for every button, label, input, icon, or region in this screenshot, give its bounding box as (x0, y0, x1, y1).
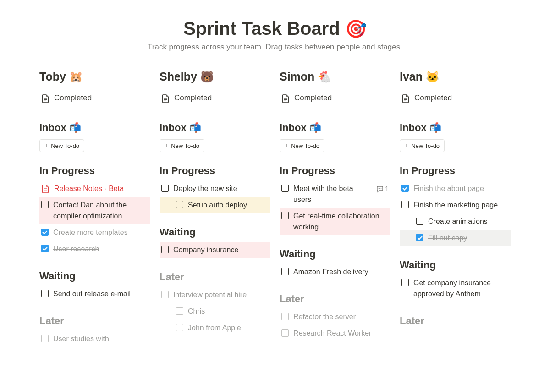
checkbox-icon[interactable] (281, 268, 289, 275)
task-text: Finish the marketing page (413, 200, 509, 211)
mailbox-icon: 📬 (189, 122, 201, 133)
checkbox-icon[interactable] (402, 185, 409, 192)
person-header[interactable]: Simon 🐔 (280, 70, 390, 87)
in-progress-header[interactable]: In Progress (400, 165, 511, 177)
task-item[interactable]: Chris (160, 303, 270, 320)
in-progress-list: Finish the about pageFinish the marketin… (400, 180, 511, 246)
inbox-header[interactable]: Inbox 📬 (39, 122, 150, 134)
person-emoji-icon: 🐱 (426, 71, 440, 83)
task-item[interactable]: Amazon Fresh delivery (280, 264, 390, 280)
later-header[interactable]: Later (280, 293, 390, 305)
completed-link[interactable]: Completed (280, 87, 390, 109)
waiting-list: Send out release e-mail (39, 286, 150, 302)
task-item[interactable]: Fill out copy (400, 230, 511, 246)
checkbox-icon[interactable] (176, 324, 183, 331)
task-item[interactable]: Get company insurance approved by Anthem (400, 275, 511, 302)
svg-point-12 (379, 188, 380, 189)
page-subtitle: Track progress across your team. Drag ta… (0, 43, 550, 52)
checkbox-icon[interactable] (281, 329, 289, 337)
waiting-header[interactable]: Waiting (160, 226, 270, 238)
checkbox-icon[interactable] (41, 290, 49, 297)
new-todo-button[interactable]: + New To-do (39, 139, 84, 152)
person-header[interactable]: Toby 🐹 (39, 70, 150, 87)
waiting-header[interactable]: Waiting (280, 248, 390, 260)
checkbox-icon[interactable] (281, 212, 289, 219)
checkbox-icon[interactable] (281, 185, 289, 192)
in-progress-label: In Progress (280, 165, 335, 177)
later-header[interactable]: Later (160, 271, 270, 283)
later-header[interactable]: Later (39, 315, 150, 327)
task-item[interactable]: Company insurance (160, 242, 270, 258)
inbox-header[interactable]: Inbox 📬 (160, 122, 270, 134)
task-item[interactable]: Deploy the new site (160, 180, 270, 197)
in-progress-header[interactable]: In Progress (160, 165, 270, 177)
task-item[interactable]: Refactor the server (280, 309, 390, 325)
checkbox-icon[interactable] (41, 201, 49, 208)
checkbox-icon[interactable] (41, 245, 49, 252)
checkbox-icon[interactable] (402, 201, 409, 208)
inbox-header[interactable]: Inbox 📬 (400, 122, 511, 134)
task-text: Send out release e-mail (53, 289, 148, 299)
later-list: Refactor the serverResearch React Worker (280, 309, 390, 342)
later-list: User studies with (39, 331, 150, 347)
task-text: Research React Worker (293, 328, 389, 339)
column-ivan: Ivan 🐱 Completed Inbox 📬 + New To-do In … (400, 70, 511, 347)
task-text: Finish the about page (413, 183, 509, 194)
task-item[interactable]: Create more templates (39, 224, 150, 241)
completed-link[interactable]: Completed (400, 87, 511, 109)
target-icon: 🎯 (345, 19, 367, 38)
task-item[interactable]: User research (39, 241, 150, 257)
plus-icon: + (405, 142, 408, 149)
checkbox-icon[interactable] (176, 307, 183, 315)
task-text: Setup auto deploy (188, 200, 269, 211)
person-emoji-icon: 🐔 (318, 71, 331, 83)
checkbox-icon[interactable] (416, 234, 424, 241)
checkbox-icon[interactable] (161, 291, 169, 298)
later-label: Later (400, 315, 424, 327)
plus-icon: + (285, 142, 288, 149)
task-text: Get real-time collaboration working (293, 211, 389, 233)
checkbox-icon[interactable] (41, 229, 49, 236)
inbox-header[interactable]: Inbox 📬 (280, 122, 390, 134)
waiting-header[interactable]: Waiting (400, 259, 511, 271)
in-progress-header[interactable]: In Progress (280, 165, 390, 177)
checkbox-icon[interactable] (41, 335, 49, 342)
in-progress-label: In Progress (39, 165, 95, 177)
completed-link[interactable]: Completed (160, 87, 270, 109)
person-header[interactable]: Ivan 🐱 (400, 70, 511, 87)
comment-badge[interactable]: 1 (376, 184, 389, 194)
later-header[interactable]: Later (400, 315, 511, 327)
in-progress-label: In Progress (160, 165, 215, 177)
in-progress-label: In Progress (400, 165, 455, 177)
task-item[interactable]: Get real-time collaboration working (280, 208, 390, 235)
task-item[interactable]: Release Notes - Beta (39, 180, 150, 197)
later-label: Later (160, 271, 184, 283)
new-todo-button[interactable]: + New To-do (160, 139, 204, 152)
task-item[interactable]: Research React Worker (280, 325, 390, 342)
task-item[interactable]: Send out release e-mail (39, 286, 150, 302)
task-item[interactable]: User studies with (39, 331, 150, 347)
person-header[interactable]: Shelby 🐻 (160, 70, 270, 87)
task-item[interactable]: Finish the about page (400, 180, 511, 197)
task-item[interactable]: Interview potential hire (160, 287, 270, 303)
waiting-header[interactable]: Waiting (39, 270, 150, 282)
checkbox-icon[interactable] (281, 313, 289, 320)
checkbox-icon[interactable] (416, 218, 424, 225)
new-todo-button[interactable]: + New To-do (400, 139, 445, 152)
completed-link[interactable]: Completed (39, 87, 150, 109)
new-todo-button[interactable]: + New To-do (280, 139, 324, 152)
task-item[interactable]: Meet with the beta users 1 (280, 180, 390, 208)
checkbox-icon[interactable] (402, 279, 409, 286)
checkbox-icon[interactable] (176, 201, 183, 208)
task-text: User studies with (53, 333, 148, 344)
inbox-label: Inbox (280, 122, 307, 134)
task-item[interactable]: Contact Dan about the compiler optimizat… (39, 197, 150, 224)
task-item[interactable]: John from Apple (160, 320, 270, 336)
task-item[interactable]: Create animations (400, 213, 511, 230)
checkbox-icon[interactable] (161, 185, 169, 192)
task-item[interactable]: Finish the marketing page (400, 197, 511, 213)
task-item[interactable]: Setup auto deploy (160, 197, 270, 213)
task-text: Contact Dan about the compiler optimizat… (53, 200, 148, 222)
in-progress-header[interactable]: In Progress (39, 165, 150, 177)
checkbox-icon[interactable] (161, 246, 169, 253)
